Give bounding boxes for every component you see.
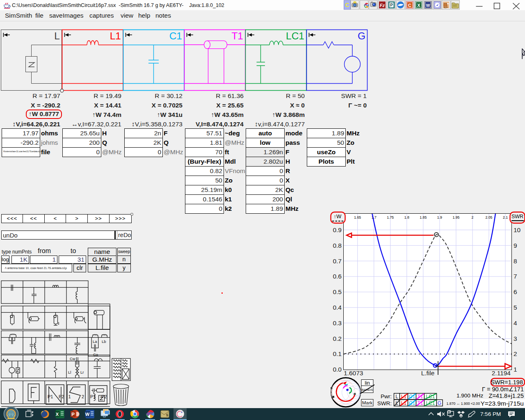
svg-text:Ca: Ca xyxy=(93,352,98,357)
svg-text:Ll: Ll xyxy=(68,370,71,374)
svg-text:0.2: 0.2 xyxy=(333,335,342,342)
svg-text:7: 7 xyxy=(514,273,517,280)
svg-text:2: 2 xyxy=(82,394,84,399)
svg-text:P1: P1 xyxy=(48,394,53,399)
svg-text:T1: T1 xyxy=(231,30,243,41)
svg-text:2.1194: 2.1194 xyxy=(492,370,511,377)
svg-text:9: 9 xyxy=(514,242,517,249)
svg-text:Lr: Lr xyxy=(80,370,84,374)
svg-text:0.7: 0.7 xyxy=(333,258,342,265)
svg-text:C1: C1 xyxy=(169,30,182,41)
svg-text:2.05: 2.05 xyxy=(486,215,493,219)
svg-text:1.95: 1.95 xyxy=(452,215,459,219)
svg-text:5: 5 xyxy=(514,304,517,311)
svg-text:L.file: L.file xyxy=(421,370,435,377)
svg-text:LC1: LC1 xyxy=(286,30,304,41)
svg-text:L: L xyxy=(395,394,398,399)
svg-text:G: G xyxy=(438,400,441,406)
svg-text:X: X xyxy=(417,3,420,8)
svg-text:Y=23.9m-j715u: Y=23.9m-j715u xyxy=(480,400,524,407)
svg-text:P2: P2 xyxy=(59,394,64,399)
svg-text:1.8: 1.8 xyxy=(404,215,409,219)
svg-text:$: $ xyxy=(166,413,168,417)
svg-text:0.0: 0.0 xyxy=(333,366,342,373)
svg-text:W: W xyxy=(85,412,90,417)
svg-text:3: 3 xyxy=(514,335,517,342)
svg-text:1: 1 xyxy=(514,366,517,373)
svg-text:L1: L1 xyxy=(110,30,121,41)
svg-text:C: C xyxy=(408,3,411,8)
svg-text:1: 1 xyxy=(68,394,71,399)
svg-text:0.1: 0.1 xyxy=(333,350,342,357)
svg-text:0.9: 0.9 xyxy=(333,226,342,233)
svg-text:2: 2 xyxy=(514,350,517,357)
svg-text:Cw: Cw xyxy=(70,356,75,361)
svg-text:SWR: SWR xyxy=(511,214,523,219)
svg-text:X: X xyxy=(56,412,59,417)
svg-text:1.9: 1.9 xyxy=(437,215,442,219)
svg-text:1.900 MHz: 1.900 MHz xyxy=(457,393,484,399)
svg-text:Mark: Mark xyxy=(362,400,373,405)
svg-text:W: W xyxy=(426,3,430,8)
svg-text:SWR=1.198: SWR=1.198 xyxy=(491,379,523,386)
svg-text:6: 6 xyxy=(514,288,517,295)
svg-text:0.4: 0.4 xyxy=(333,304,342,311)
svg-text:1.6073: 1.6073 xyxy=(344,370,363,377)
svg-text:4: 4 xyxy=(514,320,517,326)
svg-text:Lb: Lb xyxy=(102,339,106,344)
svg-text:0.3: 0.3 xyxy=(333,320,342,326)
svg-text:Pwr:: Pwr: xyxy=(381,393,392,399)
svg-text:10: 10 xyxy=(514,226,521,233)
svg-text:7:56 PM: 7:56 PM xyxy=(480,411,501,417)
svg-text:SWR:: SWR: xyxy=(377,400,392,406)
svg-text:Γ = 90.0m∠171: Γ = 90.0m∠171 xyxy=(482,386,524,393)
svg-text:Z=41.8+j1.25: Z=41.8+j1.25 xyxy=(489,393,524,399)
svg-text:P: P xyxy=(71,412,75,417)
svg-text:P2: P2 xyxy=(101,394,107,399)
svg-text:1.75: 1.75 xyxy=(387,215,394,219)
svg-text:1.870 ↔ 1.900 <2.00: 1.870 ↔ 1.900 <2.00 xyxy=(447,402,480,406)
svg-text:0.8: 0.8 xyxy=(333,242,342,249)
svg-text:P: P xyxy=(390,3,393,7)
svg-text:lin: lin xyxy=(365,380,370,386)
svg-text:Fz: Fz xyxy=(380,3,385,8)
svg-text:↑W: ↑W xyxy=(334,213,342,219)
svg-text:G: G xyxy=(358,30,365,41)
svg-text:2.1: 2.1 xyxy=(503,215,508,219)
svg-text:C: C xyxy=(345,2,349,8)
svg-text:1.65: 1.65 xyxy=(354,215,361,219)
svg-text:La: La xyxy=(93,339,97,344)
svg-text:1.85: 1.85 xyxy=(420,215,427,219)
svg-text:2: 2 xyxy=(472,215,474,219)
svg-text:L: L xyxy=(54,30,60,41)
svg-text:8: 8 xyxy=(514,258,517,265)
svg-text:0.5: 0.5 xyxy=(333,288,342,295)
svg-text:0.6: 0.6 xyxy=(333,273,342,280)
svg-text:P1: P1 xyxy=(90,394,96,399)
